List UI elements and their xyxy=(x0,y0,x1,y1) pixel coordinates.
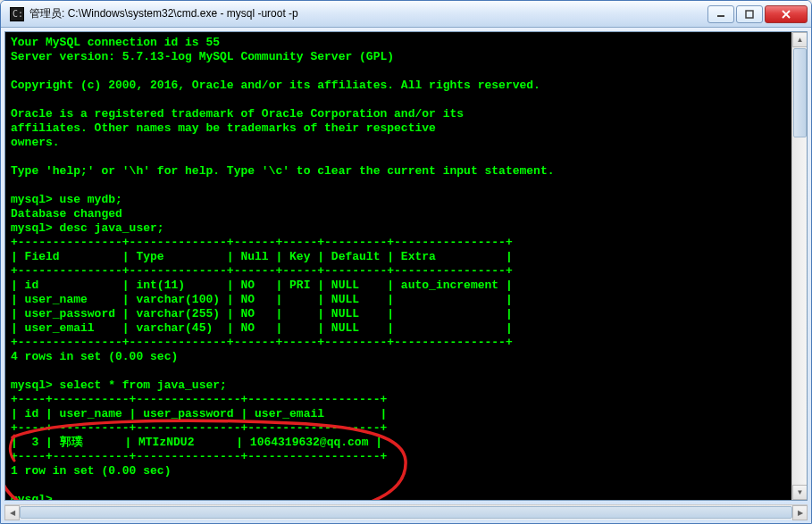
maximize-button[interactable] xyxy=(736,5,763,23)
close-button[interactable] xyxy=(765,5,808,23)
horizontal-scrollbar[interactable]: ◀ ▶ xyxy=(4,504,808,520)
window-controls xyxy=(706,5,808,23)
terminal-container: Your MySQL connection id is 55 Server ve… xyxy=(4,31,808,501)
minimize-button[interactable] xyxy=(707,5,734,23)
scroll-down-button[interactable]: ▼ xyxy=(792,485,808,500)
terminal-output[interactable]: Your MySQL connection id is 55 Server ve… xyxy=(5,32,791,500)
svg-rect-4 xyxy=(746,11,753,18)
scroll-right-button[interactable]: ▶ xyxy=(792,505,808,520)
window-title: 管理员: C:\Windows\system32\cmd.exe - mysql… xyxy=(29,6,706,21)
cmd-icon: C: xyxy=(10,7,24,21)
scroll-up-button[interactable]: ▲ xyxy=(792,32,808,47)
vertical-scrollbar[interactable]: ▲ ▼ xyxy=(791,32,807,500)
scroll-thumb-horizontal[interactable] xyxy=(20,506,792,519)
titlebar[interactable]: C: 管理员: C:\Windows\system32\cmd.exe - my… xyxy=(1,1,811,28)
app-window: C: 管理员: C:\Windows\system32\cmd.exe - my… xyxy=(0,0,812,524)
scroll-left-button[interactable]: ◀ xyxy=(4,505,20,520)
svg-text:C:: C: xyxy=(13,9,23,19)
scroll-thumb-vertical[interactable] xyxy=(793,48,807,137)
